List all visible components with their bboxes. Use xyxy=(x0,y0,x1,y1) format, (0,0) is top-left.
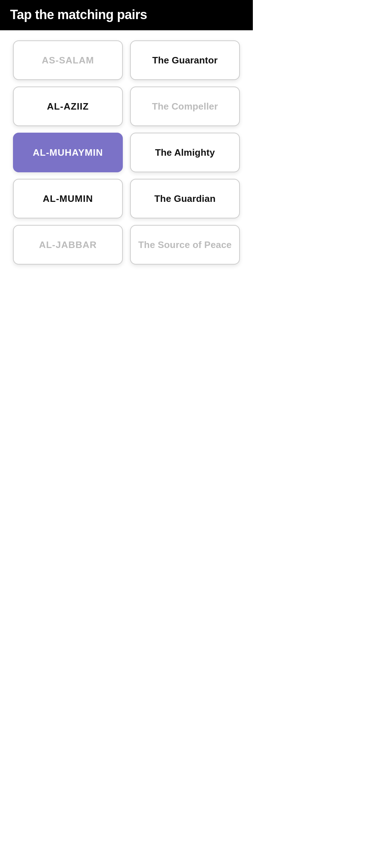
pair-row-1: AL-AZIIZThe Compeller xyxy=(13,87,240,126)
left-tile-text-3: AL-MUMIN xyxy=(43,193,93,204)
right-tile-2[interactable]: The Almighty xyxy=(130,133,240,172)
right-tile-1[interactable]: The Compeller xyxy=(130,87,240,126)
right-tile-text-2: The Almighty xyxy=(155,147,215,158)
left-tile-4[interactable]: AL-JABBAR xyxy=(13,225,123,265)
left-tile-text-4: AL-JABBAR xyxy=(39,239,97,251)
right-tile-text-3: The Guardian xyxy=(155,193,216,204)
header-title: Tap the matching pairs xyxy=(10,7,147,22)
left-tile-2[interactable]: AL-MUHAYMIN xyxy=(13,133,123,172)
header: Tap the matching pairs xyxy=(0,0,253,30)
left-tile-3[interactable]: AL-MUMIN xyxy=(13,179,123,218)
left-tile-text-2: AL-MUHAYMIN xyxy=(33,147,103,158)
right-tile-4[interactable]: The Source of Peace xyxy=(130,225,240,265)
left-tile-0[interactable]: AS-SALAM xyxy=(13,40,123,80)
pair-row-0: AS-SALAMThe Guarantor xyxy=(13,40,240,80)
left-tile-1[interactable]: AL-AZIIZ xyxy=(13,87,123,126)
pair-row-2: AL-MUHAYMINThe Almighty xyxy=(13,133,240,172)
pair-row-4: AL-JABBARThe Source of Peace xyxy=(13,225,240,265)
right-tile-0[interactable]: The Guarantor xyxy=(130,40,240,80)
right-tile-text-1: The Compeller xyxy=(152,101,218,112)
pair-row-3: AL-MUMINThe Guardian xyxy=(13,179,240,218)
game-area: AS-SALAMThe GuarantorAL-AZIIZThe Compell… xyxy=(0,30,253,275)
left-tile-text-1: AL-AZIIZ xyxy=(47,101,89,112)
right-tile-text-0: The Guarantor xyxy=(152,55,218,66)
right-tile-text-4: The Source of Peace xyxy=(138,239,232,251)
left-tile-text-0: AS-SALAM xyxy=(42,55,94,66)
right-tile-3[interactable]: The Guardian xyxy=(130,179,240,218)
